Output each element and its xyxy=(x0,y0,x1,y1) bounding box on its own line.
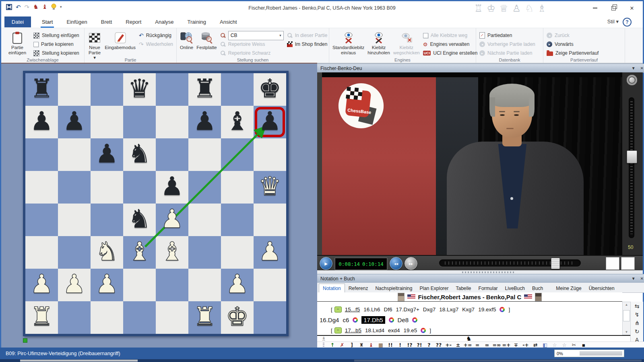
annotation-symbol-button[interactable]: ♜ xyxy=(357,342,366,348)
naechste-partie-button[interactable]: ▸ Nächste Partie laden xyxy=(479,50,535,56)
menu-tab-start[interactable]: Start xyxy=(35,16,60,28)
notation-tab-meine-züge[interactable]: Meine Züge xyxy=(552,284,585,292)
annotation-symbol-button[interactable]: ? xyxy=(424,342,434,348)
move-token[interactable]: c6 xyxy=(343,317,349,323)
move-token[interactable]: Kxg7 xyxy=(462,306,475,313)
annotation-symbol-button[interactable]: ⇄ xyxy=(530,342,540,348)
notation-tool-icon[interactable]: ⋔ xyxy=(635,320,640,326)
move-token[interactable]: 17.Dxg7+ xyxy=(396,306,419,313)
chess-piece-black-r-a8[interactable]: ♜ xyxy=(25,73,58,106)
notation-tab-notation[interactable]: Notation xyxy=(319,284,345,293)
chess-piece-white-p-a2[interactable]: ♟ xyxy=(25,269,58,301)
video-extra-button-1[interactable] xyxy=(606,257,619,270)
annotation-symbol-button[interactable]: ▦ xyxy=(376,342,386,348)
move-token[interactable]: ] xyxy=(508,306,510,313)
video-frame[interactable]: ChessBase xyxy=(322,72,622,255)
notation-tab-tabelle[interactable]: Tabelle xyxy=(452,284,475,292)
repertoire-weiss-button[interactable]: Repertoire Weiss xyxy=(220,41,284,47)
menu-tab-brett[interactable]: Brett xyxy=(94,16,119,28)
close-button[interactable]: ✕ xyxy=(623,1,641,15)
help-icon[interactable]: ? xyxy=(623,18,632,27)
fast-forward-button[interactable]: ▸▸ xyxy=(405,257,417,270)
annotation-symbol-button[interactable]: = xyxy=(473,342,482,348)
scroll-up-icon[interactable]: ▲ xyxy=(623,303,630,306)
move-token[interactable]: 19.exf5 xyxy=(478,306,496,313)
panel-collapse-icon[interactable]: ▼ xyxy=(632,276,636,281)
partiedaten-button[interactable]: Partiedaten xyxy=(479,32,535,39)
chess-piece-black-k-h8[interactable]: ♚ xyxy=(254,73,286,106)
restore-button[interactable] xyxy=(604,1,623,15)
annotation-symbol-button[interactable]: !! xyxy=(386,342,395,348)
im-shop-finden-button[interactable]: Im Shop finden xyxy=(287,41,328,47)
move-token[interactable]: [ xyxy=(331,306,332,313)
move-token[interactable]: 18.Lxd4 xyxy=(365,327,384,333)
notation-tab-formular[interactable]: Formular xyxy=(475,284,502,292)
chess-piece-white-p-g2[interactable]: ♟ xyxy=(221,269,254,301)
minimize-button[interactable] xyxy=(586,1,604,15)
panel-close-icon[interactable]: ✕ xyxy=(640,66,644,70)
livebook-icon[interactable] xyxy=(389,317,394,323)
collapse-variation-button[interactable]: − xyxy=(334,327,342,333)
move-token[interactable]: Dxg7 xyxy=(423,306,436,313)
current-move[interactable]: 17.Dh5 xyxy=(361,316,385,324)
chess-piece-white-b-e3[interactable]: ♝ xyxy=(156,236,188,269)
chess-piece-white-r-f1[interactable]: ♜ xyxy=(188,301,221,334)
annotation-symbol-button[interactable]: ◧ xyxy=(540,342,550,348)
move-token[interactable]: 16.Lh6 xyxy=(363,306,380,313)
chess-piece-white-r-a1[interactable]: ♜ xyxy=(25,301,58,334)
rueckgaengig-button[interactable]: ↶ Rückgängig xyxy=(139,32,173,39)
notation-tab-livebuch[interactable]: LiveBuch xyxy=(502,284,528,292)
panel-collapse-icon[interactable]: ▼ xyxy=(632,66,636,70)
move-token[interactable]: 16.Dg4 xyxy=(320,317,339,323)
video-panel-header[interactable]: Fischer-Benko-Deu ▼ ✕ xyxy=(317,64,644,73)
alle-kiebitze-weg-button[interactable]: Alle Kiebitze weg xyxy=(423,32,478,39)
notation-tab-übersichten[interactable]: Übersichten xyxy=(585,284,618,292)
partie-kopieren-button[interactable]: Partie kopieren xyxy=(33,41,79,47)
panel-splitter[interactable] xyxy=(317,270,643,274)
notation-tab-referenz[interactable]: Referenz xyxy=(345,284,372,292)
chess-piece-black-p-h7[interactable]: ♟ xyxy=(254,106,286,138)
vorherige-partie-button[interactable]: ◂ Vorherige Partie laden xyxy=(479,41,535,47)
stellung-kopieren-button[interactable]: Stellung kopieren xyxy=(33,50,79,56)
annotation-symbol-button[interactable]: ] xyxy=(347,342,357,348)
chess-piece-black-n-d4[interactable]: ♞ xyxy=(123,204,156,236)
annotation-symbol-button[interactable]: ?! xyxy=(415,342,424,348)
chess-piece-white-p-e4[interactable]: ♟ xyxy=(156,204,188,236)
chess-piece-white-q-h5[interactable]: ♛ xyxy=(254,171,286,204)
uci-engine-erstellen-button[interactable]: UCI UCI Engine erstellen xyxy=(423,50,478,56)
move-token[interactable]: 18.Lxg7 xyxy=(439,306,458,313)
notation-tool-icon[interactable]: ⇆ xyxy=(635,303,640,309)
zeige-partienverlauf-button[interactable]: Zeige Partienverlauf xyxy=(547,50,599,56)
vorwaerts-button[interactable]: ▸ Vorwärts xyxy=(547,41,599,47)
collapse-variation-button[interactable]: − xyxy=(334,306,342,313)
speaker-knob-icon[interactable] xyxy=(627,75,637,85)
annotation-symbol-button[interactable]: ♝ xyxy=(366,342,376,348)
chess-piece-white-p-h3[interactable]: ♟ xyxy=(254,236,286,269)
video-extra-button-2[interactable] xyxy=(621,257,635,270)
livebook-icon[interactable] xyxy=(500,307,505,312)
video-seek-slider[interactable] xyxy=(439,259,581,267)
annotation-symbol-button[interactable]: =∞ xyxy=(492,342,502,348)
annotation-symbol-button[interactable]: ∓ xyxy=(511,342,521,348)
volume-slider-handle[interactable] xyxy=(627,150,637,163)
play-button[interactable]: ▶ xyxy=(320,257,332,270)
chess-piece-white-k-g1[interactable]: ♚ xyxy=(221,301,254,334)
chess-piece-white-p-b2[interactable]: ♟ xyxy=(58,269,91,301)
scrollbar-thumb[interactable] xyxy=(623,310,630,321)
notation-tab-nachspieltraining[interactable]: Nachspieltraining xyxy=(372,284,416,292)
annotation-symbol-button[interactable]: ?? xyxy=(434,342,444,348)
file-menu-button[interactable]: Datei xyxy=(4,16,31,27)
chess-piece-black-r-f8[interactable]: ♜ xyxy=(188,73,221,106)
chess-piece-black-n-d6[interactable]: ♞ xyxy=(123,138,156,171)
chess-piece-black-p-a7[interactable]: ♟ xyxy=(25,106,58,138)
annotation-symbol-button[interactable]: !? xyxy=(405,342,415,348)
menu-tab-ansicht[interactable]: Ansicht xyxy=(213,16,244,28)
livebook-icon[interactable] xyxy=(421,328,426,333)
annotation-symbol-button[interactable]: ± xyxy=(453,342,463,348)
chess-piece-black-q-d8[interactable]: ♛ xyxy=(123,73,156,106)
wiederholen-button[interactable]: ↷ Wiederholen xyxy=(139,41,173,47)
scroll-down-icon[interactable]: ▼ xyxy=(623,330,630,334)
suchquelle-combo[interactable]: CB ▾ xyxy=(220,32,284,39)
annotation-symbol-button[interactable]: -+ xyxy=(521,342,530,348)
annotation-symbol-button[interactable]: ! xyxy=(395,342,405,348)
